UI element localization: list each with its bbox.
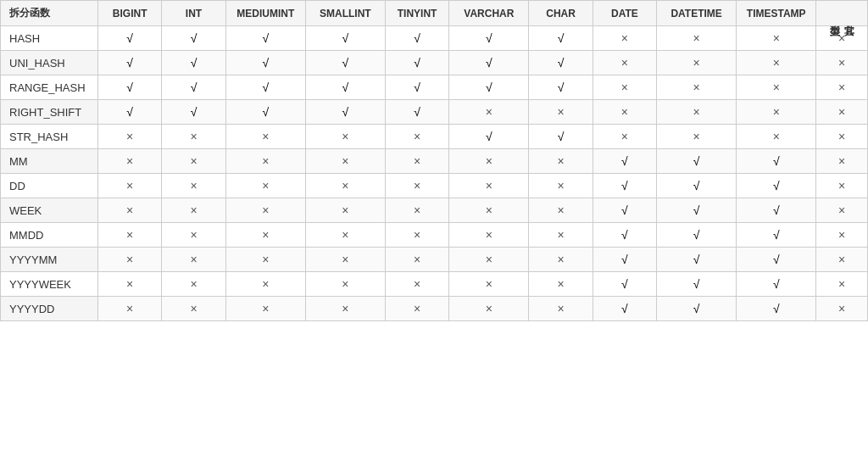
cell-5-3: × [305,149,385,174]
table-row: YYYYWEEK×××××××√√√× [1,272,868,297]
cell-11-4: × [385,297,448,321]
cell-10-8: √ [657,272,737,297]
cell-8-1: × [162,223,225,248]
cell-7-3: × [305,198,385,223]
cell-9-2: × [225,248,305,272]
cell-7-10: × [816,198,868,223]
row-label: RANGE_HASH [1,75,98,100]
cell-4-2: × [225,125,305,149]
cell-1-7: × [593,51,656,75]
cell-2-6: √ [529,75,593,100]
table-row: YYYYMM×××××××√√√× [1,248,868,272]
cell-10-5: × [449,272,529,297]
cell-3-3: √ [305,100,385,125]
cell-3-8: × [657,100,737,125]
cell-4-8: × [657,125,737,149]
cell-1-6: √ [529,51,593,75]
cell-0-5: √ [449,26,529,51]
cell-8-5: × [449,223,529,248]
cell-11-6: × [529,297,593,321]
cell-0-0: √ [98,26,162,51]
cell-1-2: √ [225,51,305,75]
cell-1-1: √ [162,51,225,75]
cell-6-1: × [162,174,225,198]
cell-2-7: × [593,75,656,100]
cell-2-5: √ [449,75,529,100]
cell-5-6: × [529,149,593,174]
cell-7-7: √ [593,198,656,223]
table-header: 拆分函数BIGINTINTMEDIUMINTSMALLINTTINYINTVAR… [1,1,868,26]
cell-10-3: × [305,272,385,297]
cell-8-9: √ [737,223,816,248]
cell-0-6: √ [529,26,593,51]
column-header-3: MEDIUMINT [225,1,305,26]
cell-3-10: × [816,100,868,125]
cell-4-4: × [385,125,448,149]
column-header-9: DATETIME [657,1,737,26]
cell-9-4: × [385,248,448,272]
cell-5-1: × [162,149,225,174]
column-header-11: 其它 类型 [816,1,868,26]
cell-4-7: × [593,125,656,149]
cell-2-8: × [657,75,737,100]
cell-11-8: √ [657,297,737,321]
cell-0-4: √ [385,26,448,51]
cell-5-10: × [816,149,868,174]
cell-9-1: × [162,248,225,272]
cell-1-8: × [657,51,737,75]
cell-3-0: √ [98,100,162,125]
table-row: MM×××××××√√√× [1,149,868,174]
cell-3-4: √ [385,100,448,125]
cell-5-7: √ [593,149,656,174]
cell-2-10: × [816,75,868,100]
cell-1-9: × [737,51,816,75]
cell-6-9: √ [737,174,816,198]
cell-3-1: √ [162,100,225,125]
cell-11-1: × [162,297,225,321]
row-label: MMDD [1,223,98,248]
cell-4-6: √ [529,125,593,149]
cell-6-2: × [225,174,305,198]
cell-1-10: × [816,51,868,75]
table-body: HASH√√√√√√√××××UNI_HASH√√√√√√√××××RANGE_… [1,26,868,321]
row-label: DD [1,174,98,198]
row-label: HASH [1,26,98,51]
cell-11-5: × [449,297,529,321]
cell-11-2: × [225,297,305,321]
cell-8-3: × [305,223,385,248]
column-header-1: BIGINT [98,1,162,26]
cell-3-5: × [449,100,529,125]
table-row: STR_HASH×××××√√×××× [1,125,868,149]
cell-7-6: × [529,198,593,223]
cell-8-8: √ [657,223,737,248]
cell-0-9: × [737,26,816,51]
cell-10-6: × [529,272,593,297]
table-row: UNI_HASH√√√√√√√×××× [1,51,868,75]
cell-3-9: × [737,100,816,125]
cell-0-7: × [593,26,656,51]
cell-6-8: √ [657,174,737,198]
cell-4-9: × [737,125,816,149]
cell-7-5: × [449,198,529,223]
cell-9-3: × [305,248,385,272]
cell-9-7: √ [593,248,656,272]
column-header-7: CHAR [529,1,593,26]
cell-5-8: √ [657,149,737,174]
cell-10-7: √ [593,272,656,297]
cell-4-1: × [162,125,225,149]
cell-10-0: × [98,272,162,297]
cell-7-4: × [385,198,448,223]
row-label: STR_HASH [1,125,98,149]
table-row: YYYYDD×××××××√√√× [1,297,868,321]
cell-6-7: √ [593,174,656,198]
cell-2-2: √ [225,75,305,100]
cell-11-7: √ [593,297,656,321]
cell-6-5: × [449,174,529,198]
column-header-6: VARCHAR [449,1,529,26]
cell-2-4: √ [385,75,448,100]
row-label: MM [1,149,98,174]
cell-3-7: × [593,100,656,125]
cell-11-0: × [98,297,162,321]
cell-5-0: × [98,149,162,174]
row-label: YYYYWEEK [1,272,98,297]
